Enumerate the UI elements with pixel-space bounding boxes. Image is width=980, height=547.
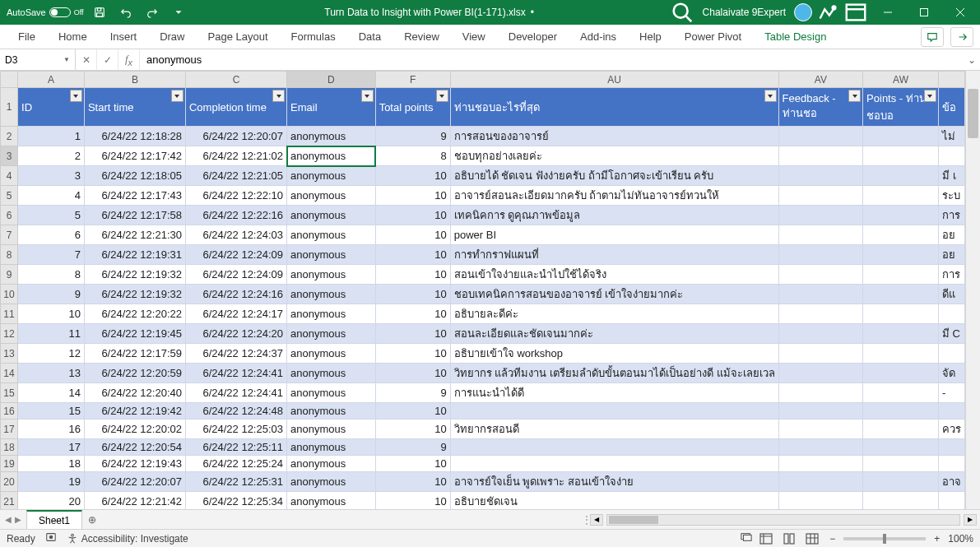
tab-page-layout[interactable]: Page Layout [197, 25, 280, 49]
macro-record-icon[interactable] [45, 531, 57, 545]
tab-help[interactable]: Help [628, 25, 673, 49]
cell[interactable]: 20 [18, 492, 85, 510]
cell[interactable]: 10 [375, 206, 450, 225]
cell[interactable]: 6/24/22 12:20:54 [84, 439, 185, 456]
row-header[interactable]: 19 [1, 456, 18, 472]
table-header[interactable]: ID [18, 88, 85, 127]
cell[interactable]: 10 [375, 324, 450, 344]
cell[interactable]: 10 [375, 166, 450, 186]
cell[interactable]: ชอบเทคนิคการสอนของอาจารย์ เข้าใจง่ายมากค… [450, 285, 778, 304]
filter-icon[interactable] [848, 90, 861, 102]
cell[interactable]: การสอนของอาจารย์ [450, 127, 778, 146]
cell[interactable]: อย [938, 245, 964, 265]
zoom-level[interactable]: 100% [948, 533, 973, 545]
cell[interactable]: 6/24/22 12:24:48 [185, 403, 286, 420]
cell[interactable]: ควร [938, 420, 964, 439]
filter-icon[interactable] [924, 90, 936, 102]
tab-draw[interactable]: Draw [148, 25, 196, 49]
cell[interactable]: 4 [18, 186, 85, 206]
cell[interactable]: 6/24/22 12:25:31 [185, 472, 286, 492]
cell[interactable]: power BI [450, 225, 778, 245]
cell[interactable] [778, 225, 862, 245]
cell[interactable] [938, 492, 964, 510]
col-header[interactable]: B [84, 72, 185, 88]
filter-icon[interactable] [361, 90, 374, 102]
cell[interactable] [863, 225, 939, 245]
cell[interactable] [778, 344, 862, 364]
cell[interactable]: 10 [375, 186, 450, 206]
cell[interactable]: 6/24/22 12:17:59 [84, 344, 185, 364]
cell[interactable]: 6/24/22 12:24:03 [185, 225, 286, 245]
cell[interactable] [938, 344, 964, 364]
row-header[interactable]: 11 [1, 304, 18, 324]
cell[interactable] [863, 456, 939, 472]
cell[interactable]: anonymous [287, 206, 376, 225]
filter-icon[interactable] [272, 90, 285, 102]
cell[interactable] [778, 146, 862, 166]
cell[interactable]: 6/24/22 12:24:37 [185, 344, 286, 364]
cell[interactable]: 6/24/22 12:24:17 [185, 304, 286, 324]
accessibility-status[interactable]: Accessibility: Investigate [67, 533, 188, 545]
cell[interactable]: 6/24/22 12:19:32 [84, 285, 185, 304]
cell[interactable]: 12 [18, 344, 85, 364]
cell[interactable]: 7 [18, 245, 85, 265]
cell[interactable]: การ [938, 265, 964, 285]
formula-input[interactable] [140, 49, 964, 70]
cell[interactable]: อธิบายเข้าใจ workshop [450, 344, 778, 364]
cell[interactable]: วิทยากร แล้วทีมงาน เตรียมลำดับขั้นตอนมาไ… [450, 364, 778, 383]
cell[interactable] [863, 492, 939, 510]
cell[interactable]: 10 [375, 472, 450, 492]
cell[interactable]: anonymous [287, 245, 376, 265]
cell[interactable]: อธิบายละดีค่ะ [450, 304, 778, 324]
sheet-nav-prev-icon[interactable]: ◀ [5, 515, 12, 524]
cell[interactable]: ระบ [938, 186, 964, 206]
cell[interactable]: อาจารย์สอนละเอียดมากครับ ถ้าตามไม่ทันอาจ… [450, 186, 778, 206]
cell[interactable]: 10 [375, 304, 450, 324]
cell[interactable] [863, 364, 939, 383]
cell[interactable]: 6/24/22 12:17:42 [84, 146, 185, 166]
cell[interactable] [450, 439, 778, 456]
table-header[interactable]: Feedback - ท่านชอ [778, 88, 862, 127]
redo-icon[interactable] [142, 2, 163, 22]
zoom-slider[interactable] [843, 537, 926, 540]
table-header[interactable]: Completion time [185, 88, 286, 127]
cell[interactable]: 6/24/22 12:19:31 [84, 245, 185, 265]
cell[interactable]: 6/24/22 12:20:07 [84, 472, 185, 492]
cell[interactable]: 10 [18, 304, 85, 324]
cell[interactable]: anonymous [287, 324, 376, 344]
cell[interactable]: 6/24/22 12:19:32 [84, 265, 185, 285]
scroll-left-icon[interactable]: ◀ [590, 514, 603, 526]
cell[interactable]: 6/24/22 12:21:05 [185, 166, 286, 186]
cell[interactable]: สอนเข้าใจง่ายและนำไปใช้ได้จริง [450, 265, 778, 285]
cell[interactable] [938, 146, 964, 166]
cell[interactable]: 10 [375, 492, 450, 510]
expand-formula-icon[interactable]: ⌄ [964, 54, 980, 66]
cell[interactable] [450, 403, 778, 420]
cell[interactable] [863, 206, 939, 225]
cell[interactable] [778, 127, 862, 146]
table-header[interactable]: Points - ท่านชอบอ [863, 88, 939, 127]
cancel-formula-icon[interactable]: ✕ [76, 49, 97, 70]
cell[interactable]: anonymous [287, 285, 376, 304]
cell[interactable]: 3 [18, 166, 85, 186]
cell[interactable]: anonymous [287, 146, 376, 166]
cell[interactable] [863, 324, 939, 344]
autosave-toggle[interactable]: AutoSave Off [7, 7, 84, 17]
cell[interactable] [863, 245, 939, 265]
cell[interactable]: anonymous [287, 304, 376, 324]
cell[interactable]: อธิบายได้ ชัดเจน ฟังง่ายครับ ถ้ามีโอกาศจ… [450, 166, 778, 186]
tab-view[interactable]: View [451, 25, 497, 49]
cell[interactable]: 6/24/22 12:25:24 [185, 456, 286, 472]
col-header[interactable]: F [375, 72, 450, 88]
cell[interactable]: มี C [938, 324, 964, 344]
row-header[interactable]: 14 [1, 364, 18, 383]
scroll-right-icon[interactable]: ▶ [964, 514, 977, 526]
cell[interactable]: การแนะนำได้ดี [450, 383, 778, 403]
cell[interactable]: 6/24/22 12:19:43 [84, 456, 185, 472]
zoom-in-icon[interactable]: + [931, 533, 943, 545]
zoom-out-icon[interactable]: − [826, 533, 838, 545]
minimize-button[interactable] [871, 0, 904, 25]
cell[interactable]: 10 [375, 403, 450, 420]
page-break-view-icon[interactable] [803, 531, 821, 546]
add-sheet-icon[interactable]: ⊕ [82, 510, 102, 529]
